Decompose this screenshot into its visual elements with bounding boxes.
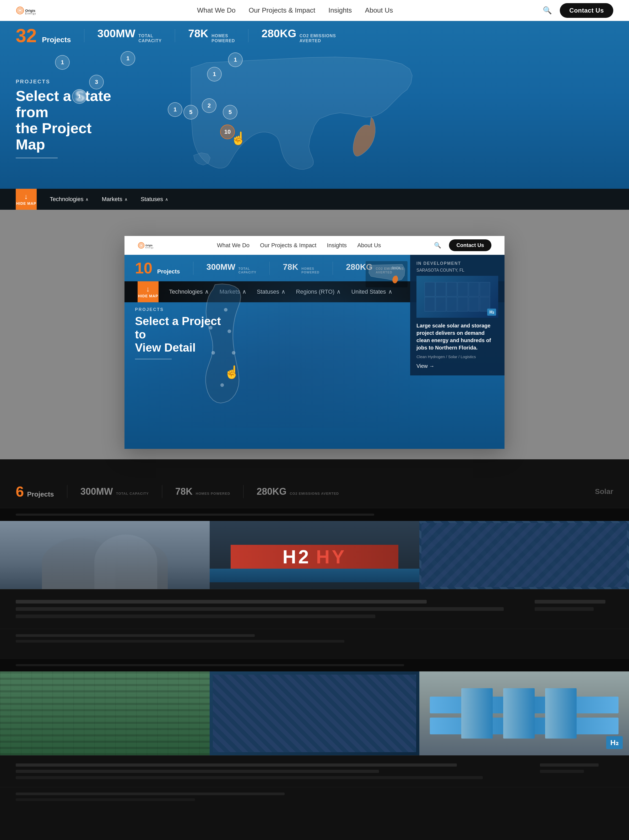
text-line-7 xyxy=(16,640,344,643)
contact-button[interactable]: Contact Us xyxy=(560,3,613,18)
section4-text-block-2 xyxy=(0,629,629,648)
text-line-6 xyxy=(16,634,255,637)
s2-nav-projects[interactable]: Our Projects & Impact xyxy=(260,242,316,249)
h2-label-small: H₂ xyxy=(487,309,496,316)
filter-statuses[interactable]: Statuses ∧ xyxy=(141,196,169,203)
usa-mini-svg: BACK xyxy=(366,261,408,287)
florida-map-section: 10 Projects 300MW TOTAL CAPACITY 78K HOM… xyxy=(125,255,504,449)
s3-capacity-stat: 300MW TOTAL CAPACITY xyxy=(80,486,149,497)
projects-stat: 32 Projects xyxy=(16,26,71,45)
nav-bar-placeholder-2 xyxy=(16,664,404,666)
s2-nav-insights[interactable]: Insights xyxy=(327,242,347,249)
map-bubble-cw1[interactable]: 1 xyxy=(72,89,87,104)
svg-text:Energy: Energy xyxy=(25,12,36,15)
nav-right: 🔍 Contact Us xyxy=(543,3,613,18)
cursor-hand: ☝ xyxy=(231,131,246,146)
section-1-container: Origis Energy What We Do Our Projects & … xyxy=(0,0,629,210)
s3-homes-stat: 78K HOMES POWERED xyxy=(175,486,230,497)
map-bubble-sc5b[interactable]: 5 xyxy=(223,105,238,120)
content-img-solar xyxy=(419,521,629,589)
search-icon[interactable]: 🔍 xyxy=(543,6,552,15)
view-link[interactable]: View → xyxy=(416,363,498,369)
s2-nav-what[interactable]: What We Do xyxy=(217,242,249,249)
project-tags: Clean Hydrogen / Solar / Logistics xyxy=(416,354,498,359)
projects-section-label: PROJECTS xyxy=(16,79,121,85)
co2-value: 280KG xyxy=(262,28,296,39)
text-line-5 xyxy=(534,607,594,611)
us-map-section: 32 Projects 300MW TOTAL CAPACITY 78K xyxy=(0,21,629,210)
map-bubble-nw1[interactable]: 1 xyxy=(55,55,70,70)
map-bubble-sc2[interactable]: 2 xyxy=(202,98,216,113)
select-project-title: Select a Project to View Detail xyxy=(135,314,224,354)
section2-nav-links: What We Do Our Projects & Impact Insight… xyxy=(217,242,381,249)
h2-badge-pipeline: H₂ xyxy=(606,736,623,749)
map-bubble-nc1[interactable]: 1 xyxy=(121,51,135,66)
s5-text-line-7 xyxy=(16,798,195,801)
section4-nav-bar xyxy=(0,508,629,521)
h2-text: H2 xyxy=(282,546,311,568)
filter-technologies[interactable]: Technologies ∧ xyxy=(50,196,88,203)
content-img-aerial xyxy=(0,671,210,755)
logo[interactable]: Origis Energy xyxy=(16,5,47,16)
content-img-pipeline: H₂ xyxy=(419,671,629,755)
content-images-strip-2: H₂ xyxy=(0,671,629,755)
co2-label2: AVERTED xyxy=(300,38,336,43)
usa-minimap: BACK xyxy=(366,261,408,287)
text-line-4 xyxy=(534,600,605,603)
s5-text-line-5 xyxy=(540,770,584,773)
hide-map-label: HIDE MAP xyxy=(16,201,36,205)
content-img-h2: H2 HY xyxy=(210,521,419,589)
nav-item-insights[interactable]: Insights xyxy=(328,6,352,14)
section-2-container: Origis Energy What We Do Our Projects & … xyxy=(125,236,504,449)
svg-text:BACK: BACK xyxy=(392,266,400,270)
title-divider xyxy=(16,158,58,158)
select-state-title: Select a State from the Project Map xyxy=(16,88,121,152)
map-bubble-wc1[interactable]: 1 xyxy=(207,67,222,82)
s3-side-label: Solar xyxy=(595,487,613,496)
project-title-divider xyxy=(135,358,172,360)
projects-section-label-s2: PROJECTS xyxy=(135,307,224,312)
contact-button-s2[interactable]: Contact Us xyxy=(449,239,492,251)
text-line-3 xyxy=(16,614,375,618)
filter-markets[interactable]: Markets ∧ xyxy=(102,196,128,203)
svg-point-14 xyxy=(221,383,224,387)
s2-nav-about[interactable]: About Us xyxy=(357,242,381,249)
capacity-stat: 300MW TOTAL CAPACITY xyxy=(98,28,162,43)
text-line-2 xyxy=(16,607,504,611)
hide-map-button[interactable]: ↓ HIDE MAP xyxy=(16,189,37,210)
s5-text-line-6 xyxy=(16,793,285,795)
svg-point-1 xyxy=(18,8,22,13)
cursor-hand-florida: ☝ xyxy=(224,365,240,380)
capacity-label2: CAPACITY xyxy=(139,38,162,43)
project-card-image: H₂ xyxy=(416,276,498,318)
project-card: IN DEVELOPMENT SARASOTA COUNTY, FL xyxy=(410,255,504,376)
map-bubble-sc5a[interactable]: 5 xyxy=(183,105,198,120)
nav-item-what-we-do[interactable]: What We Do xyxy=(197,6,236,14)
s5-text-line-3 xyxy=(16,776,483,779)
main-nav: Origis Energy What We Do Our Projects & … xyxy=(0,0,629,21)
text-line-1 xyxy=(16,600,427,603)
projects-count: 32 xyxy=(16,26,37,45)
map-bubble-sc1[interactable]: 1 xyxy=(168,102,183,117)
capacity-value: 300MW xyxy=(98,28,136,39)
section5-text-block-2 xyxy=(0,787,629,806)
filter-bar: ↓ HIDE MAP Technologies ∧ Markets ∧ Stat… xyxy=(0,189,629,210)
stat-divider-3 xyxy=(248,29,249,42)
section5-text-block-1 xyxy=(0,755,629,787)
nav-item-about[interactable]: About Us xyxy=(365,6,393,14)
capacity-label1: TOTAL xyxy=(139,33,162,38)
homes-stat: 78K HOMES POWERED xyxy=(188,28,235,43)
map-bubble-east1[interactable]: 1 xyxy=(228,52,243,67)
nav-links: What We Do Our Projects & Impact Insight… xyxy=(197,6,393,14)
homes-label2: POWERED xyxy=(211,38,235,43)
project-info-panel: PROJECTS Select a Project to View Detail xyxy=(135,307,224,360)
section4-text-block-1 xyxy=(0,589,629,629)
search-icon-s2[interactable]: 🔍 xyxy=(434,242,441,249)
projects-label: Projects xyxy=(42,36,71,44)
s3-projects-stat: 6 Projects xyxy=(16,483,54,500)
nav-item-projects[interactable]: Our Projects & Impact xyxy=(249,6,315,14)
svg-point-7 xyxy=(140,244,142,246)
map-bubble-3[interactable]: 3 xyxy=(89,75,104,89)
arrow-down-icon: ↓ xyxy=(24,193,28,200)
section2-logo[interactable]: Origis Energy xyxy=(137,241,164,250)
